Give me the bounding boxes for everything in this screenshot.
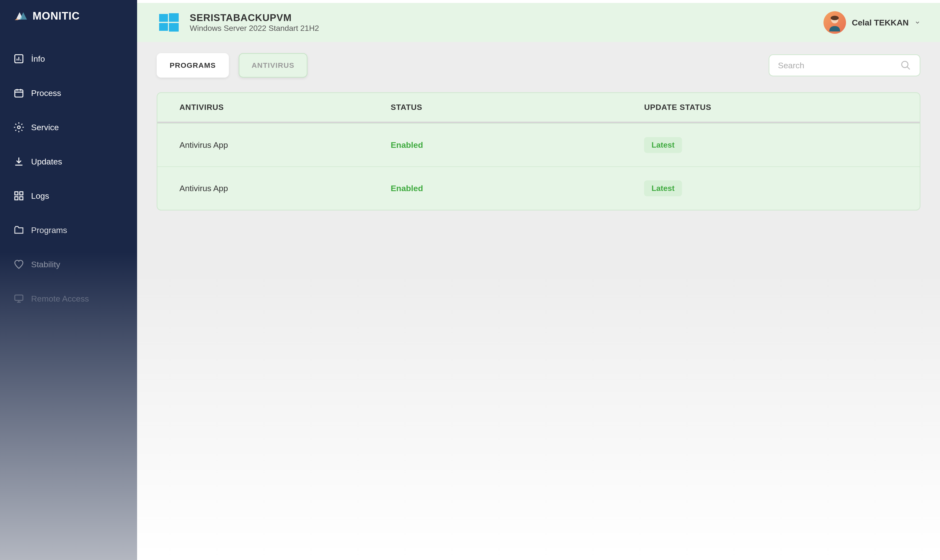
update-badge: Latest <box>644 137 682 153</box>
user-menu[interactable]: Celal TEKKAN <box>823 11 920 34</box>
tabs: PROGRAMS ANTIVIRUS <box>157 53 308 78</box>
chart-bar-icon <box>14 53 24 64</box>
svg-point-25 <box>902 62 908 68</box>
grid-icon <box>14 191 24 201</box>
monitor-icon <box>14 293 24 304</box>
table-row[interactable]: Antivirus App Enabled Latest <box>157 166 920 210</box>
content-area: PROGRAMS ANTIVIRUS ANTIVIRUS STATUS UPDA… <box>137 42 940 560</box>
svg-rect-13 <box>20 192 23 195</box>
sidebar-item-label: Updates <box>31 157 62 166</box>
search-icon <box>900 60 911 71</box>
header-titles: SERISTABACKUPVM Windows Server 2022 Stan… <box>190 12 319 33</box>
logo[interactable]: MONITIC <box>0 10 137 42</box>
app-root: MONITIC İnfo Process Service <box>0 0 940 560</box>
svg-rect-20 <box>169 13 179 22</box>
table-header: ANTIVIRUS STATUS UPDATE STATUS <box>157 93 920 123</box>
svg-rect-7 <box>15 90 23 97</box>
svg-rect-16 <box>15 295 23 300</box>
windows-icon <box>157 10 181 35</box>
sidebar: MONITIC İnfo Process Service <box>0 0 137 560</box>
main-content: SERISTABACKUPVM Windows Server 2022 Stan… <box>137 0 940 560</box>
sidebar-item-stability[interactable]: Stability <box>0 247 137 282</box>
sidebar-item-service[interactable]: Service <box>0 110 137 145</box>
chevron-down-icon <box>915 20 920 25</box>
sidebar-item-label: Programs <box>31 225 67 235</box>
cell-status: Enabled <box>391 140 423 149</box>
sidebar-item-label: Logs <box>31 191 49 201</box>
sidebar-item-remote-access[interactable]: Remote Access <box>0 282 137 316</box>
sidebar-item-label: Process <box>31 88 61 98</box>
svg-rect-15 <box>20 197 23 200</box>
toolbar: PROGRAMS ANTIVIRUS <box>157 53 920 78</box>
svg-rect-22 <box>169 23 179 32</box>
sidebar-item-logs[interactable]: Logs <box>0 178 137 213</box>
sidebar-item-info[interactable]: İnfo <box>0 42 137 76</box>
search-input[interactable] <box>778 61 895 70</box>
sidebar-item-label: Stability <box>31 260 60 269</box>
gear-icon <box>14 122 24 133</box>
heart-icon <box>14 259 24 270</box>
logo-icon <box>14 10 28 22</box>
svg-point-11 <box>18 126 20 129</box>
calendar-icon <box>14 88 24 98</box>
sidebar-item-process[interactable]: Process <box>0 76 137 110</box>
svg-rect-12 <box>15 192 18 195</box>
folder-icon <box>14 225 24 235</box>
download-icon <box>14 156 24 167</box>
cell-name: Antivirus App <box>179 183 391 193</box>
sidebar-item-label: İnfo <box>31 54 45 64</box>
tab-programs[interactable]: PROGRAMS <box>157 53 229 78</box>
sidebar-item-label: Remote Access <box>31 294 89 303</box>
search-box[interactable] <box>769 54 920 76</box>
page-title: SERISTABACKUPVM <box>190 12 319 23</box>
sidebar-item-updates[interactable]: Updates <box>0 145 137 178</box>
update-badge: Latest <box>644 180 682 196</box>
nav-list: İnfo Process Service Updates <box>0 42 137 316</box>
column-header-update-status: UPDATE STATUS <box>644 103 898 112</box>
cell-status: Enabled <box>391 183 423 193</box>
avatar <box>823 11 846 34</box>
tab-antivirus[interactable]: ANTIVIRUS <box>238 53 308 78</box>
page-subtitle: Windows Server 2022 Standart 21H2 <box>190 24 319 33</box>
column-header-antivirus: ANTIVIRUS <box>179 103 391 112</box>
user-name: Celal TEKKAN <box>852 18 909 28</box>
svg-rect-21 <box>159 23 168 31</box>
brand-name: MONITIC <box>32 10 80 22</box>
antivirus-table: ANTIVIRUS STATUS UPDATE STATUS Antivirus… <box>157 92 920 211</box>
svg-rect-19 <box>159 14 168 22</box>
table-row[interactable]: Antivirus App Enabled Latest <box>157 123 920 166</box>
header: SERISTABACKUPVM Windows Server 2022 Stan… <box>137 0 940 42</box>
sidebar-item-programs[interactable]: Programs <box>0 213 137 247</box>
column-header-status: STATUS <box>391 103 644 112</box>
svg-line-26 <box>907 67 910 69</box>
svg-point-24 <box>831 16 838 20</box>
sidebar-item-label: Service <box>31 123 59 132</box>
svg-rect-14 <box>15 197 18 200</box>
cell-name: Antivirus App <box>179 140 391 150</box>
header-left: SERISTABACKUPVM Windows Server 2022 Stan… <box>157 10 319 35</box>
